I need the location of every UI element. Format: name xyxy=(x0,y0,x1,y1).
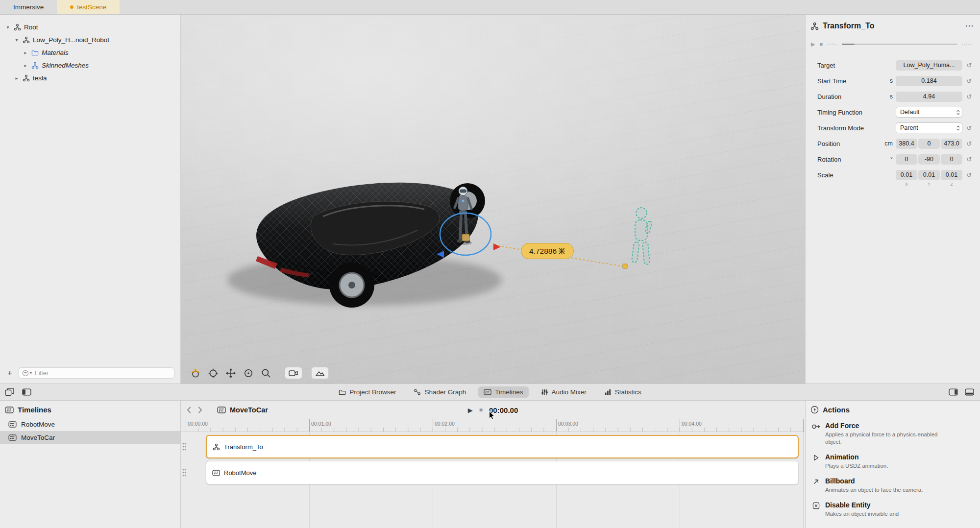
ruler-label: 00:01.00 xyxy=(311,421,331,427)
left-sidebar-toggle-icon[interactable] xyxy=(22,388,31,396)
distance-value: 4.72886 xyxy=(529,247,557,256)
waypoint-marker[interactable] xyxy=(623,264,627,268)
scale-x-field[interactable]: 0.01 xyxy=(896,170,917,180)
tab-label: Statistics xyxy=(615,388,641,396)
target-value-button[interactable]: Low_Poly_Huma... xyxy=(896,60,962,71)
ruler-ticks xyxy=(186,419,805,432)
timeline-item-movetocar[interactable]: MoveToCar xyxy=(0,431,180,444)
property-label: Target xyxy=(817,62,878,69)
unit-label: s xyxy=(878,77,893,84)
orbit-mode-button[interactable] xyxy=(189,366,202,380)
play-button[interactable]: ▶ xyxy=(468,407,473,414)
tab-project-browser[interactable]: Project Browser xyxy=(333,386,401,398)
stepper-icon xyxy=(956,125,960,131)
rotation-y-field[interactable]: -90 xyxy=(918,154,940,165)
right-sidebar-toggle-icon[interactable] xyxy=(949,388,958,396)
center-target-button[interactable] xyxy=(206,366,220,380)
waypoint-box[interactable] xyxy=(462,234,469,241)
disclosure-closed-icon[interactable]: ▸ xyxy=(23,63,28,68)
start-time-field[interactable]: 0.184 xyxy=(896,76,962,86)
panel-toggle-group xyxy=(5,388,31,396)
tab-statistics[interactable]: Statistics xyxy=(599,386,647,398)
floating-panel-icon[interactable] xyxy=(5,388,14,396)
animation-icon xyxy=(811,453,820,470)
zoom-button[interactable] xyxy=(259,366,272,380)
ruler-label: 00:00.00 xyxy=(188,421,208,427)
position-x-field[interactable]: 380.4 xyxy=(896,139,917,149)
action-label: Animation xyxy=(825,453,888,461)
distance-label: 4.72886 xyxy=(521,243,574,259)
rotation-x-field[interactable]: 0 xyxy=(896,154,917,165)
inspector-row-target: Target Low_Poly_Huma... ↺ xyxy=(806,57,980,73)
filter-icon[interactable] xyxy=(22,370,29,377)
action-item-add-force[interactable]: Add Force Applies a physical force to a … xyxy=(806,418,980,449)
inspector-header: Transform_To ⋯ xyxy=(806,15,980,37)
reset-icon[interactable]: ↺ xyxy=(964,140,974,147)
environment-button[interactable] xyxy=(311,367,329,379)
scrubber-thumb[interactable] xyxy=(842,44,855,45)
disclosure-closed-icon[interactable]: ▸ xyxy=(23,50,28,55)
property-label: Duration xyxy=(817,93,878,100)
tab-shader-graph[interactable]: Shader Graph xyxy=(408,386,471,398)
tab-test-scene[interactable]: testScene xyxy=(57,0,120,14)
timeline-item-robotmove[interactable]: RobotMove xyxy=(0,418,180,431)
editor-tabs: Project Browser Shader Graph Timelines A… xyxy=(333,386,647,398)
drag-handle[interactable] xyxy=(182,442,186,451)
3d-viewport[interactable]: 4.72886 xyxy=(181,15,805,384)
tab-timelines[interactable]: Timelines xyxy=(478,386,528,398)
forward-button[interactable] xyxy=(198,407,202,413)
outliner-item-robot[interactable]: ▾ Low_Poly_H...noid_Robot xyxy=(0,33,180,46)
3d-scene[interactable] xyxy=(181,15,805,384)
bottom-panel-toggle-icon[interactable] xyxy=(965,388,974,396)
timing-function-select[interactable]: Default xyxy=(896,107,962,118)
inspector-row-position: Position cm 380.4 0 473.0 ↺ xyxy=(806,136,980,151)
add-entity-button[interactable]: + xyxy=(6,368,14,378)
tab-audio-mixer[interactable]: Audio Mixer xyxy=(536,386,592,398)
car-wheel-rear xyxy=(329,263,374,308)
filter-input[interactable] xyxy=(32,370,174,377)
play-icon[interactable]: ▶ xyxy=(811,41,815,48)
transform-mode-select[interactable]: Parent xyxy=(896,122,962,133)
reset-icon[interactable]: ↺ xyxy=(964,77,974,85)
scale-y-field[interactable]: 0.01 xyxy=(918,170,940,180)
reset-icon[interactable]: ↺ xyxy=(964,93,974,100)
action-item-billboard[interactable]: Billboard Animates an object to face the… xyxy=(806,473,980,497)
audio-mixer-icon xyxy=(541,388,548,396)
reset-icon[interactable]: ↺ xyxy=(964,171,974,179)
rotation-z-field[interactable]: 0 xyxy=(941,154,962,165)
disclosure-closed-icon[interactable]: ▸ xyxy=(14,75,20,81)
outliner-item-root[interactable]: ▾ Root xyxy=(0,21,180,33)
disclosure-open-icon[interactable]: ▾ xyxy=(5,24,11,30)
focus-button[interactable] xyxy=(242,366,255,380)
filter-field[interactable]: ▾ xyxy=(19,367,174,379)
preview-scrubber[interactable] xyxy=(842,44,957,45)
reset-icon[interactable]: ↺ xyxy=(964,156,974,163)
position-z-field[interactable]: 473.0 xyxy=(941,139,962,149)
reset-icon[interactable]: ↺ xyxy=(964,124,974,132)
reset-icon[interactable]: ↺ xyxy=(964,62,974,69)
position-y-field[interactable]: 0 xyxy=(918,139,940,149)
axis-labels-row: X Y Z xyxy=(806,181,980,187)
mouse-cursor xyxy=(489,410,495,421)
outliner-item-tesla[interactable]: ▸ tesla xyxy=(0,72,180,84)
timeline-track-robotmove[interactable]: RobotMove xyxy=(206,461,799,484)
stop-icon[interactable]: ■ xyxy=(819,41,823,47)
tab-immersive[interactable]: Immersive xyxy=(0,0,57,14)
action-item-disable-entity[interactable]: Disable Entity Makes an object invisible… xyxy=(806,497,980,521)
gizmo-arrow-red[interactable] xyxy=(493,243,501,250)
disclosure-open-icon[interactable]: ▾ xyxy=(14,37,20,43)
duration-field[interactable]: 4.94 xyxy=(896,92,962,102)
outliner-item-materials[interactable]: ▸ Materials xyxy=(0,46,180,59)
stop-button[interactable]: ■ xyxy=(479,407,483,413)
timeline-ruler[interactable]: 00:00.00 00:01.00 00:02.00 00:03.00 00:0… xyxy=(181,419,805,432)
timeline-track-transform-to[interactable]: Transform_To xyxy=(206,435,799,458)
drag-handle[interactable] xyxy=(182,468,186,477)
pan-move-button[interactable] xyxy=(224,366,237,380)
scale-z-field[interactable]: 0.01 xyxy=(941,170,962,180)
outliner-item-skinnedmeshes[interactable]: ▸ SkinnedMeshes xyxy=(0,59,180,72)
action-item-animation[interactable]: Animation Plays a USDZ animation. xyxy=(806,449,980,473)
more-options-button[interactable]: ⋯ xyxy=(965,21,974,31)
camera-view-button[interactable] xyxy=(285,367,302,379)
track-row: RobotMove xyxy=(181,461,805,484)
back-button[interactable] xyxy=(187,407,191,413)
